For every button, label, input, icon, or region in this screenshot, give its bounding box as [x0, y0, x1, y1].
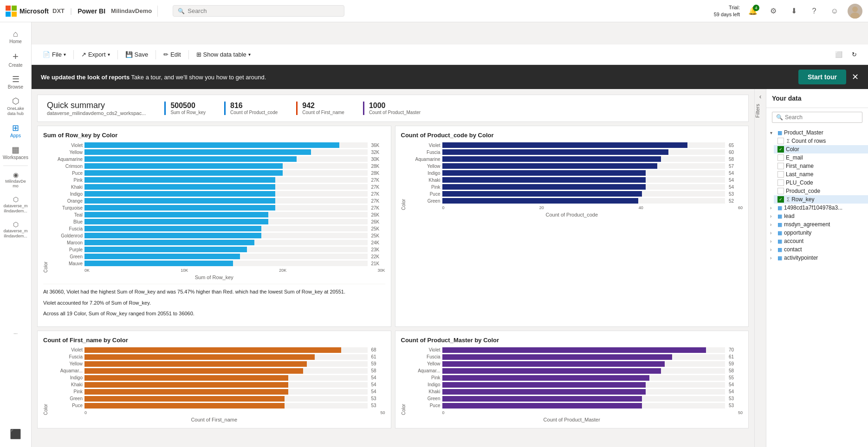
checkbox-color[interactable]: ✓ — [777, 146, 784, 153]
sidebar-item-more[interactable]: ··· — [0, 327, 31, 340]
tree-item-first-name[interactable]: First_name — [774, 162, 868, 170]
download-button[interactable]: ⬇ — [786, 4, 801, 19]
toolbar-sep-4 — [188, 50, 189, 59]
sidebar-item-create[interactable]: + Create — [0, 48, 31, 71]
bar-fill — [84, 219, 268, 224]
chart4-title: Count of Product_Master by Color — [401, 337, 743, 344]
toolbar: 📄 File ▾ ↗ Export ▾ 💾 Save ✏ Edit ⊞ Show… — [32, 45, 868, 65]
checkbox-product-code[interactable] — [777, 188, 784, 194]
reports-area: Quick summary dataverse_milindavdemo_cds… — [32, 89, 754, 447]
window-mode-button[interactable]: ⬜ — [831, 49, 846, 60]
bar-row: Yellow 57 — [408, 163, 743, 169]
help-button[interactable]: ? — [807, 4, 822, 19]
tree-item-count-rows[interactable]: Σ Count of rows — [774, 137, 868, 145]
chart2-title: Count of Product_code by Color — [401, 132, 743, 139]
panel-search-box[interactable]: 🔍 — [772, 112, 862, 123]
bar-track — [442, 198, 725, 204]
checkbox-last-name[interactable] — [777, 171, 784, 178]
refresh-button[interactable]: ↻ — [848, 49, 861, 60]
bar-track — [442, 361, 725, 367]
bar-row: Puce 53 — [50, 403, 385, 409]
sidebar-label-onelake: OneLakedata hub — [7, 106, 24, 116]
table-icon-activity: ▦ — [777, 255, 782, 261]
tree-item-plu-code[interactable]: PLU_Code — [774, 179, 868, 187]
sidebar-item-dataverse1[interactable]: ⬡ dataverse_milindavdem... — [0, 192, 31, 217]
global-search-box[interactable]: 🔍 — [173, 5, 344, 17]
panel-search-input[interactable] — [785, 114, 858, 121]
close-banner-button[interactable]: ✕ — [852, 72, 859, 82]
sidebar-item-apps[interactable]: ⊞ Apps — [0, 120, 31, 142]
chart2-x-label: Count of Product_code — [401, 212, 743, 217]
bar-fill — [84, 184, 275, 190]
bar-fill — [84, 368, 303, 374]
sidebar-item-onelake[interactable]: ⬡ OneLakedata hub — [0, 93, 31, 120]
tree-item-activitypointer[interactable]: › ▦ activitypointer — [766, 254, 868, 262]
bar-track — [84, 177, 368, 183]
bar-label: Khaki — [50, 185, 83, 190]
milindavdemo-icon: ◉ — [13, 172, 19, 178]
bar-value: 54 — [729, 178, 743, 183]
workspaces-icon: ▦ — [12, 146, 19, 154]
tree-item-email[interactable]: E_mail — [774, 153, 868, 162]
tree-item-opportunity[interactable]: › ▦ opportunity — [766, 229, 868, 237]
tree-item-product-master[interactable]: ▾ ▦ Product_Master — [766, 128, 868, 137]
bar-value: 27K — [371, 185, 385, 190]
tree-item-color[interactable]: ✓ Color — [774, 145, 868, 153]
tree-item-last-name[interactable]: Last_name — [774, 170, 868, 179]
tree-item-row-key[interactable]: ✓ Σ Row_key — [774, 195, 868, 204]
collapse-panel-button[interactable]: ‹ — [755, 89, 766, 100]
sidebar-item-browse[interactable]: ☰ Browse — [0, 71, 31, 93]
sidebar-label-milindavdemo: MilindavDemo — [5, 179, 26, 189]
tree-item-1498[interactable]: › ▦ 1498cd1a7f104978a3... — [766, 204, 868, 212]
tree-item-lead[interactable]: › ▦ lead — [766, 212, 868, 220]
show-data-table-button[interactable]: ⊞ Show data table ▾ — [193, 49, 254, 60]
bar-label: Indigo — [50, 192, 83, 197]
sidebar-item-dataverse2[interactable]: ⬡ dataverse_milindavdem... — [0, 217, 31, 243]
edit-button[interactable]: ✏ Edit — [160, 49, 184, 60]
bar-track — [442, 347, 725, 353]
bar-fill — [442, 347, 706, 353]
sidebar-item-home[interactable]: ⌂ Home — [0, 26, 31, 48]
bar-track — [84, 354, 368, 360]
user-menu-button[interactable]: ☺ — [827, 4, 842, 19]
banner-rest: Take a tour, and we'll show you how to g… — [131, 74, 266, 81]
tree-item-account[interactable]: › ▦ account — [766, 237, 868, 245]
notifications-button[interactable]: 🔔 4 — [745, 4, 760, 19]
table-icon: ⊞ — [196, 51, 201, 58]
bar-label: Indigo — [408, 382, 440, 387]
start-tour-button[interactable]: Start tour — [798, 70, 846, 84]
x-tick: 0 — [442, 410, 445, 415]
bar-row: Violet 70 — [408, 347, 743, 353]
sidebar-label-create: Create — [8, 63, 22, 68]
checkbox-count-rows[interactable] — [777, 138, 784, 144]
checkbox-plu-code[interactable] — [777, 179, 784, 186]
tree-item-msdyn[interactable]: › ▦ msdyn_agreement — [766, 220, 868, 229]
export-button[interactable]: ↗ Export ▾ — [78, 49, 114, 60]
table-icon-contact: ▦ — [777, 247, 782, 253]
settings-button[interactable]: ⚙ — [766, 4, 781, 19]
bar-row: Indigo 54 — [50, 375, 385, 381]
bar-track — [84, 191, 368, 197]
tree-label-first-name: First_name — [786, 163, 864, 169]
bar-label: Aquamarine — [50, 157, 83, 162]
bar-track — [442, 382, 725, 388]
save-button[interactable]: 💾 Save — [122, 49, 152, 60]
x-tick: 0 — [84, 410, 87, 415]
sidebar-item-milindavdemo[interactable]: ◉ MilindavDemo — [0, 168, 31, 193]
bar-label: Green — [408, 396, 440, 401]
onelake-icon: ⬡ — [12, 97, 19, 105]
sidebar-item-workspaces[interactable]: ▦ Workspaces — [0, 142, 31, 164]
file-button[interactable]: 📄 File ▾ — [39, 49, 70, 60]
tree-item-product-code[interactable]: Product_code — [774, 187, 868, 195]
panel-title: Your data — [772, 95, 862, 102]
collapse-icon: ‹ — [759, 93, 762, 100]
global-search-input[interactable] — [188, 7, 339, 14]
svg-rect-2 — [6, 12, 11, 17]
checkbox-first-name[interactable] — [777, 163, 784, 169]
checkbox-row-key[interactable]: ✓ — [777, 196, 784, 203]
export-chevron: ▾ — [108, 52, 110, 57]
chart2-container: Color Violet 65 Fuscia 60 Aquamarine 58 … — [401, 142, 743, 210]
checkbox-email[interactable] — [777, 154, 784, 161]
bar-track — [442, 375, 725, 381]
tree-item-contact[interactable]: › ▦ contact — [766, 245, 868, 254]
